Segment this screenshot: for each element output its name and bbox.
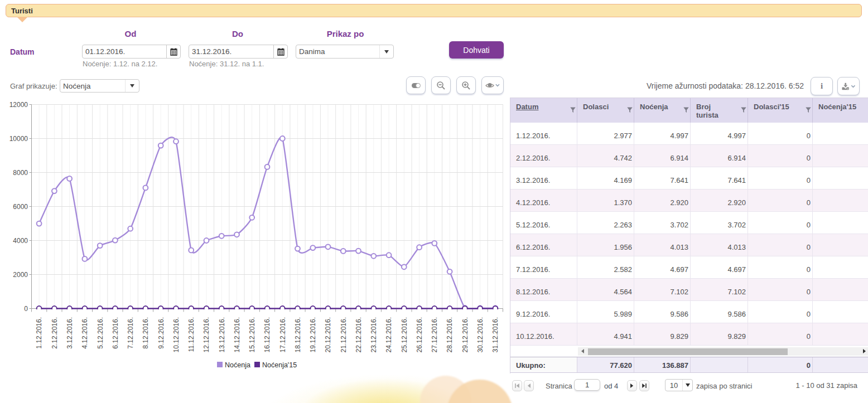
svg-text:16.12.2016.: 16.12.2016. — [263, 317, 271, 352]
svg-text:29.12.2016.: 29.12.2016. — [461, 317, 469, 352]
svg-text:6.12.2016.: 6.12.2016. — [112, 317, 119, 349]
svg-text:18.12.2016.: 18.12.2016. — [294, 317, 302, 352]
svg-text:28.12.2016.: 28.12.2016. — [446, 317, 454, 352]
svg-text:31.12.2016.: 31.12.2016. — [491, 317, 499, 352]
svg-text:3.12.2016.: 3.12.2016. — [66, 317, 74, 349]
svg-text:19.12.2016.: 19.12.2016. — [309, 317, 317, 352]
svg-text:1.12.2016.: 1.12.2016. — [35, 317, 43, 349]
svg-text:13.12.2016.: 13.12.2016. — [218, 317, 226, 352]
svg-text:4.12.2016.: 4.12.2016. — [81, 317, 89, 349]
svg-text:21.12.2016.: 21.12.2016. — [340, 317, 348, 352]
svg-text:7.12.2016.: 7.12.2016. — [127, 317, 134, 349]
svg-text:4000: 4000 — [13, 237, 28, 245]
svg-text:8000: 8000 — [13, 169, 28, 177]
svg-text:15.12.2016.: 15.12.2016. — [248, 317, 256, 352]
svg-text:22.12.2016.: 22.12.2016. — [355, 317, 363, 352]
svg-text:10.12.2016.: 10.12.2016. — [172, 317, 180, 352]
svg-text:8.12.2016.: 8.12.2016. — [142, 317, 150, 349]
svg-text:17.12.2016.: 17.12.2016. — [279, 317, 287, 352]
svg-text:24.12.2016.: 24.12.2016. — [385, 317, 393, 352]
svg-text:20.12.2016.: 20.12.2016. — [324, 317, 332, 352]
svg-text:2.12.2016.: 2.12.2016. — [51, 317, 59, 349]
svg-text:27.12.2016.: 27.12.2016. — [431, 317, 438, 352]
svg-text:14.12.2016.: 14.12.2016. — [233, 317, 241, 352]
svg-text:10000: 10000 — [9, 135, 28, 143]
svg-text:30.12.2016.: 30.12.2016. — [476, 317, 484, 352]
svg-text:Noćenja'15: Noćenja'15 — [262, 361, 297, 369]
svg-text:9.12.2016.: 9.12.2016. — [157, 317, 165, 349]
svg-text:Noćenja: Noćenja — [225, 361, 250, 369]
svg-text:5.12.2016.: 5.12.2016. — [97, 317, 104, 349]
svg-text:23.12.2016.: 23.12.2016. — [370, 317, 378, 352]
svg-text:26.12.2016.: 26.12.2016. — [416, 317, 423, 352]
svg-text:12000: 12000 — [9, 101, 28, 109]
svg-text:6000: 6000 — [13, 203, 28, 211]
svg-text:11.12.2016.: 11.12.2016. — [187, 317, 195, 352]
svg-text:0: 0 — [24, 305, 28, 313]
svg-text:2000: 2000 — [13, 271, 28, 279]
svg-text:25.12.2016.: 25.12.2016. — [401, 317, 408, 352]
svg-text:12.12.2016.: 12.12.2016. — [202, 317, 210, 352]
